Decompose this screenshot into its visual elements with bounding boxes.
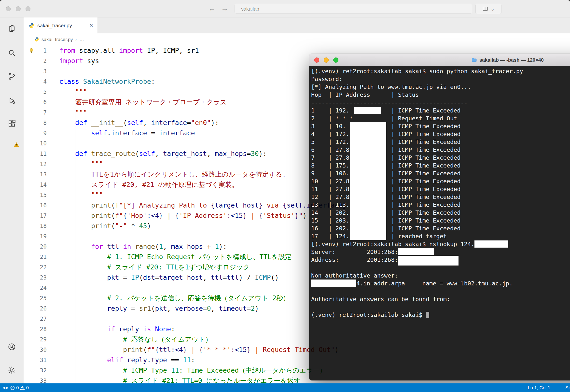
python-file-icon: [34, 37, 39, 42]
terminal-line: Hop | IP Address | Status: [311, 91, 570, 99]
terminal-line: Authoritative answers can be found from:: [311, 295, 570, 303]
warning-count: 0: [26, 385, 29, 391]
line-number: 29: [24, 334, 47, 345]
terminal-line: [311, 287, 570, 295]
line-number: 10: [24, 138, 47, 149]
line-number: 4: [24, 76, 47, 87]
terminal-zoom-icon[interactable]: [333, 57, 338, 63]
line-number: 20: [24, 241, 47, 252]
terminal-titlebar[interactable]: sakailab — -bash — 120×40: [309, 54, 570, 66]
forward-arrow-icon[interactable]: →: [221, 3, 228, 13]
line-number: 19: [24, 231, 47, 241]
redaction-box: [354, 107, 381, 114]
terminal-line: ----------------------------------------…: [311, 99, 570, 107]
line-number: 27: [24, 314, 47, 324]
warning-icon: [20, 385, 25, 390]
account-icon[interactable]: [8, 343, 16, 351]
customize-layout-button[interactable]: ⌄: [475, 4, 501, 14]
error-count: 0: [16, 385, 19, 391]
window-titlebar: ← → sakailab ⌄: [0, 0, 570, 17]
terminal-window: sakailab — -bash — 120×40 [(.venv) ret2r…: [309, 54, 570, 380]
code-text: """: [59, 159, 103, 169]
code-text: for ttl in range(1, max_hops + 1):: [59, 241, 227, 252]
code-text: print(f"{'Hop':<4} | {'IP Address':<15} …: [59, 210, 307, 221]
workspace-title: sakailab: [241, 6, 259, 12]
terminal-title: sakailab — -bash — 120×40: [479, 57, 544, 63]
line-number: 15: [24, 190, 47, 200]
line-number: 14: [24, 180, 47, 190]
code-text: elif reply.type == 11:: [59, 355, 195, 365]
breadcrumb-ellipsis[interactable]: …: [79, 37, 84, 42]
code-text: 酒井研究室専用 ネットワーク・プローブ・クラス: [59, 97, 227, 107]
line-number: 1: [24, 45, 47, 56]
terminal-minimize-icon[interactable]: [324, 57, 329, 63]
code-text: from scapy.all import IP, ICMP, sr1: [59, 45, 199, 56]
code-text: """: [59, 107, 87, 118]
extensions-warning-badge-icon: [14, 142, 19, 147]
editor-tab-bar: sakai_tracer.py ×: [24, 17, 570, 34]
tab-sakai-tracer[interactable]: sakai_tracer.py ×: [24, 17, 98, 33]
code-text: print("-" * 45): [59, 221, 151, 231]
extensions-icon[interactable]: [8, 119, 16, 128]
code-text: # ICMP Type 11: Time Exceeded（中継ルータからのエラ…: [59, 365, 326, 376]
command-center[interactable]: sakailab: [235, 4, 472, 14]
cursor-position[interactable]: Ln 1, Col 1: [528, 383, 550, 392]
traffic-light-zoom-icon[interactable]: [26, 6, 30, 11]
status-bar: >< 0 0 Ln 1, Col 1 Sp: [0, 383, 570, 392]
code-text: if reply is None:: [59, 324, 175, 334]
code-text: print(f"{ttl:<4} | {'* * *':<15} | Reque…: [59, 345, 339, 355]
line-number: 8: [24, 118, 47, 128]
problems-status[interactable]: 0 0: [10, 385, 29, 391]
explorer-icon[interactable]: [8, 24, 16, 32]
code-text: TTLを1から順にインクリメントし、経路上のルータを特定する。: [59, 169, 289, 180]
traffic-light-minimize-icon[interactable]: [16, 6, 21, 11]
indentation-status[interactable]: Sp: [565, 383, 570, 392]
chevron-down-icon: ⌄: [491, 6, 495, 12]
terminal-line: [311, 303, 570, 311]
settings-gear-icon[interactable]: [8, 366, 16, 374]
terminal-close-icon[interactable]: [314, 57, 319, 63]
terminal-line: [(.venv) ret2root:sakailab sakai$ nslook…: [311, 240, 570, 248]
code-text: class SakaiNetworkProbe:: [59, 76, 155, 87]
breadcrumb-separator: ›: [75, 37, 77, 42]
line-number: 32: [24, 365, 47, 376]
line-number: 30: [24, 345, 47, 355]
back-arrow-icon[interactable]: ←: [208, 3, 216, 13]
code-text: """: [59, 190, 103, 200]
terminal-line: Server: 2001:268:: [311, 248, 570, 256]
breadcrumb[interactable]: sakai_tracer.py › …: [24, 33, 570, 45]
line-number: 9: [24, 128, 47, 138]
code-text: print(f"[*] Analyzing Path to {target_ho…: [59, 200, 347, 210]
line-number: 13: [24, 169, 47, 180]
breadcrumb-file[interactable]: sakai_tracer.py: [42, 37, 73, 42]
terminal-line: [(.venv) ret2root:sakailab sakai$ sudo p…: [311, 67, 570, 75]
code-text: スライド #20, #21 の動作原理に基づく実装。: [59, 180, 238, 190]
traffic-light-close-icon[interactable]: [6, 6, 11, 11]
code-text: def trace_route(self, target_host, max_h…: [59, 149, 267, 159]
line-number: 31: [24, 355, 47, 365]
line-number: 2: [24, 56, 47, 66]
run-and-debug-icon[interactable]: [8, 97, 16, 105]
source-control-icon[interactable]: [8, 72, 16, 81]
terminal-line: 2 | * * * | Request Timed Out: [311, 114, 570, 122]
folder-icon: [471, 57, 477, 63]
search-icon[interactable]: [8, 49, 16, 57]
line-number: 21: [24, 252, 47, 262]
code-text: # 応答なし（タイムアウト）: [59, 334, 212, 345]
code-text: # スライド #20: TTLを1ずつ増やすロジック: [59, 262, 250, 272]
remote-indicator-icon[interactable]: ><: [3, 385, 8, 391]
terminal-line: (.venv) ret2root:sakailab sakai$: [311, 311, 570, 319]
line-number: 3: [24, 66, 47, 76]
tab-close-icon[interactable]: ×: [89, 22, 93, 29]
line-number: 28: [24, 324, 47, 334]
code-text: # 2. パケットを送信し、応答を待機（タイムアウト 2秒）: [59, 293, 290, 303]
code-text: """: [59, 87, 87, 97]
code-text: # 1. ICMP Echo Request パケットを構成し、TTLを設定: [59, 252, 292, 262]
activity-bar: [0, 17, 24, 383]
line-number: 25: [24, 293, 47, 303]
line-number: 17: [24, 210, 47, 221]
code-text: reply = sr1(pkt, verbose=0, timeout=2): [59, 303, 259, 314]
python-file-icon: [29, 23, 34, 28]
terminal-line: 1 | 192. | ICMP Time Exceeded: [311, 107, 570, 114]
terminal-body[interactable]: [(.venv) ret2root:sakailab sakai$ sudo p…: [309, 66, 570, 380]
